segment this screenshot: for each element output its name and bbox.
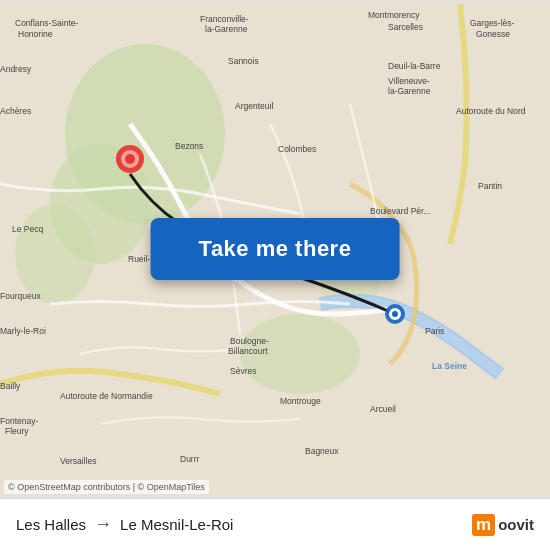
footer: Les Halles → Le Mesnil-Le-Roi m oovit — [0, 498, 550, 550]
svg-text:Conflans-Sainte-: Conflans-Sainte- — [15, 18, 78, 28]
svg-text:Fontenay-: Fontenay- — [0, 416, 38, 426]
origin-label: Les Halles — [16, 516, 86, 533]
svg-text:Paris: Paris — [425, 326, 444, 336]
svg-text:Achères: Achères — [0, 106, 31, 116]
svg-text:Montrouge: Montrouge — [280, 396, 321, 406]
svg-text:Franconville-: Franconville- — [200, 14, 249, 24]
route-info: Les Halles → Le Mesnil-Le-Roi — [16, 514, 233, 535]
svg-point-49 — [392, 311, 398, 317]
svg-text:Autoroute de Normandie: Autoroute de Normandie — [60, 391, 153, 401]
route-arrow: → — [94, 514, 112, 535]
svg-point-46 — [125, 154, 135, 164]
svg-text:Bailly: Bailly — [0, 381, 21, 391]
svg-text:Durrr: Durrr — [180, 454, 200, 464]
svg-text:Versailles: Versailles — [60, 456, 96, 466]
svg-text:Fleury: Fleury — [5, 426, 29, 436]
svg-text:Sèvres: Sèvres — [230, 366, 256, 376]
svg-text:Bagneux: Bagneux — [305, 446, 339, 456]
svg-text:Le Pecq: Le Pecq — [12, 224, 43, 234]
svg-text:Arcueil: Arcueil — [370, 404, 396, 414]
svg-text:Bezons: Bezons — [175, 141, 203, 151]
destination-label: Le Mesnil-Le-Roi — [120, 516, 233, 533]
svg-text:Fourqueux: Fourqueux — [0, 291, 41, 301]
svg-text:Honorine: Honorine — [18, 29, 53, 39]
moovit-logo: m oovit — [472, 514, 534, 536]
svg-text:Sannois: Sannois — [228, 56, 259, 66]
svg-text:Gonesse: Gonesse — [476, 29, 510, 39]
map-attribution: © OpenStreetMap contributors | © OpenMap… — [4, 480, 209, 494]
svg-text:Montmorency: Montmorency — [368, 10, 420, 20]
svg-text:Andresy: Andresy — [0, 64, 32, 74]
app: Conflans-Sainte- Honorine Franconville- … — [0, 0, 550, 550]
take-me-there-button[interactable]: Take me there — [151, 218, 400, 280]
svg-text:Boulogne-: Boulogne- — [230, 336, 269, 346]
svg-text:Garges-lès-: Garges-lès- — [470, 18, 515, 28]
svg-text:Marly-le-Roi: Marly-le-Roi — [0, 326, 46, 336]
svg-point-3 — [15, 204, 95, 304]
svg-text:Pantin: Pantin — [478, 181, 502, 191]
svg-text:Sarcelles: Sarcelles — [388, 22, 423, 32]
svg-text:Autoroute du Nord: Autoroute du Nord — [456, 106, 526, 116]
svg-text:Deuil-la-Barre: Deuil-la-Barre — [388, 61, 441, 71]
svg-text:Billancourt: Billancourt — [228, 346, 268, 356]
moovit-text: oovit — [498, 516, 534, 533]
svg-text:la-Garenne: la-Garenne — [205, 24, 248, 34]
moovit-m-letter: m — [472, 514, 495, 536]
map-container: Conflans-Sainte- Honorine Franconville- … — [0, 0, 550, 498]
svg-text:la-Garenne: la-Garenne — [388, 86, 431, 96]
svg-text:Argenteuil: Argenteuil — [235, 101, 273, 111]
svg-text:Colombes: Colombes — [278, 144, 316, 154]
svg-text:La Seine: La Seine — [432, 361, 467, 371]
svg-text:Villeneuve-: Villeneuve- — [388, 76, 430, 86]
svg-text:Boulevard Pér...: Boulevard Pér... — [370, 206, 430, 216]
